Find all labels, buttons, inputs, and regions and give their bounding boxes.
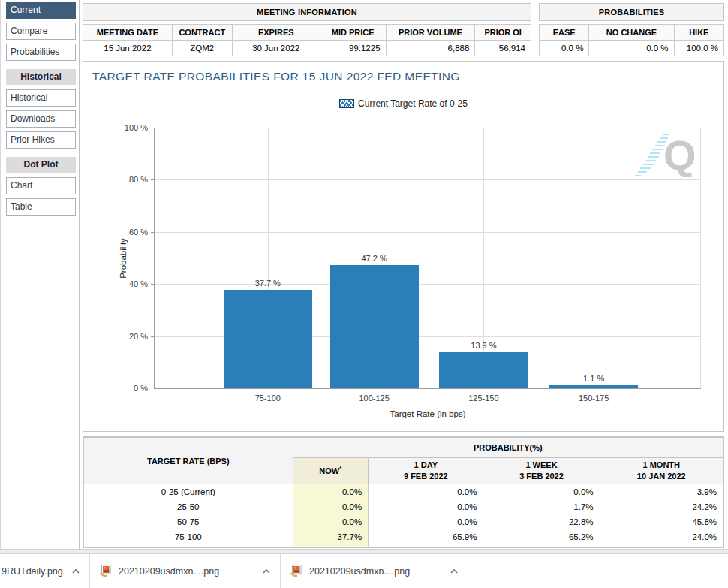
probabilities-data-row: 0.0 % 0.0 % 100.0 % — [540, 41, 724, 56]
probabilities-panel: PROBABILITIES EASE NO CHANGE HIKE 0.0 % … — [539, 3, 724, 56]
meeting-info-title: MEETING INFORMATION — [83, 3, 531, 21]
x-tick-label: 150-175 — [579, 394, 609, 403]
download-bar: 9RUTdaily.png 20210209usdmxn....png — [0, 553, 728, 588]
chevron-up-icon[interactable] — [262, 568, 271, 574]
sidebar-item-current[interactable]: Current — [6, 2, 76, 19]
bar-group-75-100: 37.7 % — [224, 128, 312, 388]
probability-bar — [549, 385, 638, 388]
col-mid-price: MID PRICE — [320, 25, 386, 41]
day1-value: 0.0% — [369, 499, 483, 514]
chevron-up-icon[interactable] — [450, 568, 459, 574]
col-contract: CONTRACT — [172, 25, 232, 41]
y-tick-label: 0 % — [103, 384, 148, 393]
sidebar-section-historical: Historical — [6, 69, 76, 85]
axis-tick — [151, 179, 155, 180]
y-tick-label: 40 % — [103, 279, 148, 288]
table-row-clipped — [84, 544, 723, 549]
table-row: 0-25 (Current) 0.0% 0.0% 0.0% 3.9% — [84, 484, 723, 499]
col-1-week: 1 WEEK3 FEB 2022 — [483, 458, 600, 484]
probabilities-header-row: EASE NO CHANGE HIKE — [540, 25, 724, 41]
probabilities-table: EASE NO CHANGE HIKE 0.0 % 0.0 % 100.0 % — [539, 24, 724, 56]
sidebar-item-prior-hikes[interactable]: Prior Hikes — [6, 131, 76, 149]
day1-value: 65.9% — [369, 529, 483, 544]
table-row: 25-50 0.0% 0.0% 1.7% 24.2% — [84, 499, 723, 514]
sidebar: Current Compare Probabilities Historical… — [0, 0, 80, 549]
sidebar-item-chart[interactable]: Chart — [6, 177, 76, 194]
legend-swatch-icon — [339, 99, 354, 108]
y-tick-label: 20 % — [103, 332, 148, 341]
month1-value: 24.2% — [600, 499, 723, 514]
x-tick-label: 125-150 — [468, 394, 498, 403]
sidebar-item-historical[interactable]: Historical — [6, 89, 76, 107]
bar-group-125-150: 13.9 % — [439, 128, 528, 388]
col-prior-oi: PRIOR OI — [475, 25, 531, 41]
week1-value: 1.7% — [483, 499, 600, 514]
now-value: 0.0% — [293, 484, 369, 499]
col-1-month: 1 MONTH10 JAN 2022 — [600, 458, 723, 484]
fedwatch-app: Current Compare Probabilities Historical… — [0, 0, 728, 549]
rate-range: 75-100 — [84, 529, 293, 544]
axis-tick — [151, 284, 155, 285]
table-row: 50-75 0.0% 0.0% 22.8% 45.8% — [84, 514, 723, 529]
week1-value: 65.2% — [483, 529, 600, 544]
download-item[interactable]: 20210209usdmxn....png — [281, 554, 468, 588]
col-ease: EASE — [540, 25, 589, 41]
col-meeting-date: MEETING DATE — [83, 25, 173, 41]
main-content: MEETING INFORMATION MEETING DATE CONTRAC… — [83, 0, 724, 549]
chevron-up-icon[interactable] — [71, 568, 80, 574]
probabilities-title: PROBABILITIES — [539, 3, 724, 21]
download-item[interactable]: 9RUTdaily.png — [0, 554, 90, 588]
gridline — [700, 128, 701, 388]
x-tick-label: 75-100 — [255, 394, 281, 403]
day1-value: 0.0% — [369, 514, 483, 529]
month1-value: 45.8% — [600, 514, 723, 529]
chart-title: TARGET RATE PROBABILITIES FOR 15 JUN 202… — [92, 70, 460, 83]
meeting-info-data-row: 15 Jun 2022 ZQM2 30 Jun 2022 99.1225 6,8… — [83, 41, 531, 56]
rate-table-group-header-row: TARGET RATE (BPS) PROBABILITY(%) — [84, 438, 723, 458]
axis-tick — [151, 232, 155, 233]
download-item[interactable]: 20210209usdmxn....png — [90, 554, 281, 588]
prior-oi-value: 56,914 — [475, 41, 531, 56]
month1-value: 24.0% — [600, 529, 723, 544]
sidebar-item-table[interactable]: Table — [6, 198, 76, 216]
month1-value: 3.9% — [600, 484, 723, 499]
sidebar-section-dot-plot: Dot Plot — [6, 157, 76, 173]
y-axis-title: Probability — [119, 238, 128, 279]
download-filename: 20210209usdmxn....png — [119, 566, 219, 577]
x-tick-label: 100-125 — [359, 394, 389, 403]
axis-tick — [151, 128, 155, 128]
ease-value: 0.0 % — [540, 41, 589, 56]
sidebar-item-probabilities[interactable]: Probabilities — [6, 44, 76, 61]
summary-row: MEETING INFORMATION MEETING DATE CONTRAC… — [83, 3, 724, 56]
download-filename: 9RUTdaily.png — [2, 566, 63, 577]
image-file-icon — [99, 564, 112, 579]
hike-value: 100.0 % — [674, 41, 723, 56]
bar-value-label: 13.9 % — [471, 341, 496, 350]
rate-range: 25-50 — [84, 499, 293, 514]
probability-pct-header: PROBABILITY(%) — [293, 438, 723, 458]
now-value: 0.0% — [293, 499, 369, 514]
col-hike: HIKE — [674, 25, 723, 41]
expires-value: 30 Jun 2022 — [232, 41, 320, 56]
mid-price-value: 99.1225 — [320, 41, 386, 56]
col-expires: EXPIRES — [232, 25, 320, 41]
col-now: NOW* — [293, 458, 369, 484]
sidebar-item-downloads[interactable]: Downloads — [6, 110, 76, 128]
download-filename: 20210209usdmxn....png — [309, 566, 410, 577]
rate-probability-table-panel: TARGET RATE (BPS) PROBABILITY(%) NOW* 1 … — [83, 436, 724, 548]
table-row: 75-100 37.7% 65.9% 65.2% 24.0% — [84, 529, 723, 544]
sidebar-item-compare[interactable]: Compare — [6, 23, 76, 40]
bar-group-100-125: 47.2 % — [330, 128, 419, 388]
bar-group-150-175: 1.1 % — [549, 128, 638, 388]
meeting-info-table: MEETING DATE CONTRACT EXPIRES MID PRICE … — [83, 24, 531, 56]
bar-value-label: 47.2 % — [361, 254, 387, 263]
probability-bar — [330, 265, 419, 388]
meeting-date-value: 15 Jun 2022 — [83, 41, 173, 56]
day1-value: 0.0% — [369, 484, 483, 499]
meeting-info-panel: MEETING INFORMATION MEETING DATE CONTRAC… — [83, 3, 531, 56]
no-change-value: 0.0 % — [589, 41, 674, 56]
now-value: 37.7% — [293, 529, 369, 544]
bar-value-label: 1.1 % — [583, 374, 604, 383]
target-rate-bps-header: TARGET RATE (BPS) — [84, 438, 293, 484]
bar-value-label: 37.7 % — [255, 279, 281, 288]
